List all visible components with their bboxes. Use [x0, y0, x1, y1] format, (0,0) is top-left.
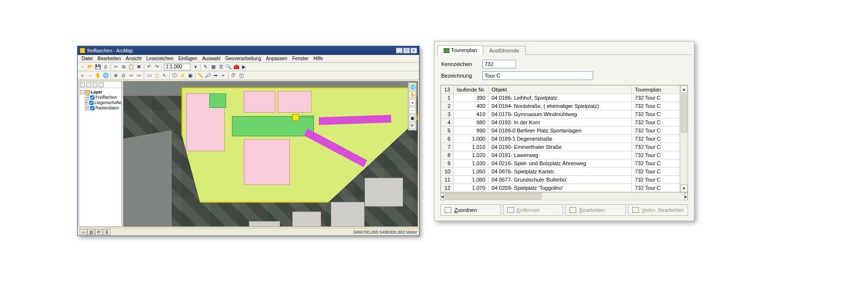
identify-icon[interactable]: ⓘ: [171, 72, 178, 79]
layer-liegenschaften[interactable]: + Liegenschaften: [80, 100, 121, 105]
tree-root[interactable]: − Layer: [80, 90, 121, 95]
nav-zoomout-icon[interactable]: －: [409, 107, 416, 114]
nav-pan-icon[interactable]: ✋: [409, 92, 416, 98]
menu-lesezeichen[interactable]: Lesezeichen: [145, 56, 176, 61]
refresh-view-icon[interactable]: ⟳: [95, 229, 103, 235]
pause-draw-icon[interactable]: ⏸: [103, 229, 110, 235]
tab-ausfuehrende[interactable]: Ausführende: [483, 46, 525, 55]
menu-anpassen[interactable]: Anpassen: [264, 56, 289, 61]
table-row[interactable]: 599004 0189-0 Berliner Platz Sportanlage…: [441, 127, 680, 135]
delete-icon[interactable]: ✖: [135, 63, 143, 70]
layer-visibility-checkbox[interactable]: [90, 95, 95, 100]
col-objekt[interactable]: Objekt: [488, 86, 632, 94]
hyperlink-icon[interactable]: ⚡: [178, 72, 186, 79]
list-by-visibility-icon[interactable]: [93, 82, 97, 87]
table-row[interactable]: 71.01004 0190- Emmerthaler Straße732 Tou…: [441, 143, 680, 151]
layer-freiflaechen[interactable]: + Freiflächen: [80, 95, 121, 100]
select-elements-icon[interactable]: ↖: [161, 72, 168, 79]
expand-icon[interactable]: +: [85, 106, 89, 110]
html-popup-icon[interactable]: ▣: [186, 72, 194, 79]
layer-rasterdaten[interactable]: + Rasterdaten: [80, 105, 121, 111]
titlebar[interactable]: freiflaechen - ArcMap _ □ ×: [78, 46, 419, 55]
editor-icon[interactable]: ✎: [202, 63, 209, 70]
table-row[interactable]: 498004 0192- In der Korn732 Tour C: [441, 118, 680, 127]
menu-fenster[interactable]: Fenster: [290, 56, 311, 61]
open-icon[interactable]: 📂: [86, 63, 94, 70]
measure-icon[interactable]: 📏: [196, 72, 204, 79]
clear-selection-icon[interactable]: ◌: [153, 72, 161, 79]
new-icon[interactable]: ▫: [79, 63, 86, 70]
col-tourenplan[interactable]: Tourenplan: [632, 86, 680, 94]
table-row[interactable]: 101.05004 0676- Spielplatz Karlstr.732 T…: [441, 168, 680, 176]
table-row[interactable]: 61.00004 0189-1 Degenerstraße732 Tour C: [441, 135, 680, 143]
data-view-tab[interactable]: ▭: [80, 229, 87, 235]
save-icon[interactable]: 💾: [94, 63, 102, 70]
nav-zoomin-icon[interactable]: ＋: [409, 99, 416, 106]
fixed-zoom-out-icon[interactable]: ⊖: [120, 72, 127, 79]
menu-hilfe[interactable]: Hilfe: [312, 56, 325, 61]
find-route-icon[interactable]: ➥: [212, 72, 219, 79]
verkn-bearbeiten-button[interactable]: Verkn. Bearbeiten: [628, 204, 689, 216]
catalog-icon[interactable]: ☰: [217, 63, 225, 70]
select-features-icon[interactable]: ▭: [145, 72, 153, 79]
grid-table[interactable]: 13 laufende Nr. Objekt Tourenplan 139004…: [441, 85, 680, 192]
scroll-up-icon[interactable]: ▴: [680, 85, 688, 93]
scroll-thumb[interactable]: [681, 94, 687, 132]
bearbeiten-button[interactable]: Bearbeiten: [565, 204, 626, 216]
list-by-selection-icon[interactable]: [99, 82, 104, 87]
close-button[interactable]: ×: [410, 48, 417, 53]
list-by-drawing-order-icon[interactable]: [80, 82, 85, 87]
layer-visibility-checkbox[interactable]: [89, 101, 94, 105]
entfernen-button[interactable]: Entfernen: [503, 204, 564, 216]
python-icon[interactable]: ▶: [240, 63, 248, 70]
table-row[interactable]: 240004 0184- Nordstraße, ( ehemaliger Sp…: [441, 102, 680, 110]
maximize-button[interactable]: □: [403, 48, 410, 53]
scroll-track[interactable]: [444, 193, 684, 200]
zoom-in-icon[interactable]: ＋: [79, 72, 86, 79]
fixed-zoom-in-icon[interactable]: ⊕: [112, 72, 120, 79]
layer-visibility-checkbox[interactable]: [90, 106, 95, 110]
layout-view-tab[interactable]: ▥: [87, 229, 95, 235]
collapse-icon[interactable]: −: [80, 90, 84, 94]
menu-datei[interactable]: Datei: [80, 56, 95, 61]
table-row[interactable]: 111.06004 0677- Grundschule 'Bullerbü'73…: [441, 176, 680, 184]
bezeichnung-input[interactable]: [482, 71, 593, 80]
menu-ansicht[interactable]: Ansicht: [124, 56, 144, 61]
map-canvas[interactable]: 7386/2 🌐 ✋ ＋ － ▣ ⟳: [123, 81, 418, 227]
table-row[interactable]: 341004 0179- Gymnasium Windmühlweg732 To…: [441, 110, 680, 118]
redo-icon[interactable]: ↷: [153, 63, 161, 70]
scroll-right-icon[interactable]: ▸: [684, 193, 688, 200]
table-row[interactable]: 139004 0186- Leihhof, Spielplatz732 Tour…: [441, 94, 680, 102]
expand-icon[interactable]: +: [85, 95, 89, 100]
menu-geoverarbeitung[interactable]: Geoverarbeitung: [223, 56, 263, 61]
menu-bearbeiten[interactable]: Bearbeiten: [95, 56, 122, 61]
goto-xy-icon[interactable]: ⌖: [219, 72, 227, 79]
menu-auswahl[interactable]: Auswahl: [200, 56, 222, 61]
nav-globe-icon[interactable]: 🌐: [409, 84, 416, 91]
nav-full-icon[interactable]: ▣: [409, 115, 416, 121]
find-icon[interactable]: 🔎: [204, 72, 212, 79]
time-slider-icon[interactable]: ⏱: [230, 72, 237, 79]
scroll-track[interactable]: [680, 93, 688, 184]
scroll-down-icon[interactable]: ▾: [680, 184, 688, 192]
kennzeichen-input[interactable]: [482, 60, 516, 68]
nav-refresh-icon[interactable]: ⟳: [409, 122, 416, 129]
zuordnen-button[interactable]: Zuordnen: [440, 204, 501, 216]
fwd-extent-icon[interactable]: ⇨: [135, 72, 143, 79]
scroll-left-icon[interactable]: ◂: [441, 193, 444, 200]
full-extent-icon[interactable]: 🌐: [102, 72, 109, 79]
list-by-source-icon[interactable]: [86, 82, 91, 87]
table-row[interactable]: 91.03004 0216- Spiel- und Bolzplatz Ähre…: [441, 159, 680, 168]
table-row[interactable]: 81.02004 0191- Lawerweg732 Tour C: [441, 151, 680, 159]
scale-input[interactable]: 1:1.000: [164, 64, 190, 70]
create-viewer-icon[interactable]: ◫: [237, 72, 245, 79]
zoom-out-icon[interactable]: －: [86, 72, 94, 79]
horizontal-scrollbar[interactable]: ◂ ▸: [440, 193, 688, 200]
table-icon[interactable]: ▦: [209, 63, 217, 70]
undo-icon[interactable]: ↶: [145, 63, 153, 70]
pan-icon[interactable]: ✋: [94, 72, 102, 79]
copy-icon[interactable]: ⧉: [120, 63, 127, 70]
cut-icon[interactable]: ✂: [112, 63, 120, 70]
vertical-scrollbar[interactable]: ▴ ▾: [680, 85, 688, 192]
tab-tourenplan[interactable]: Tourenplan: [437, 45, 483, 55]
